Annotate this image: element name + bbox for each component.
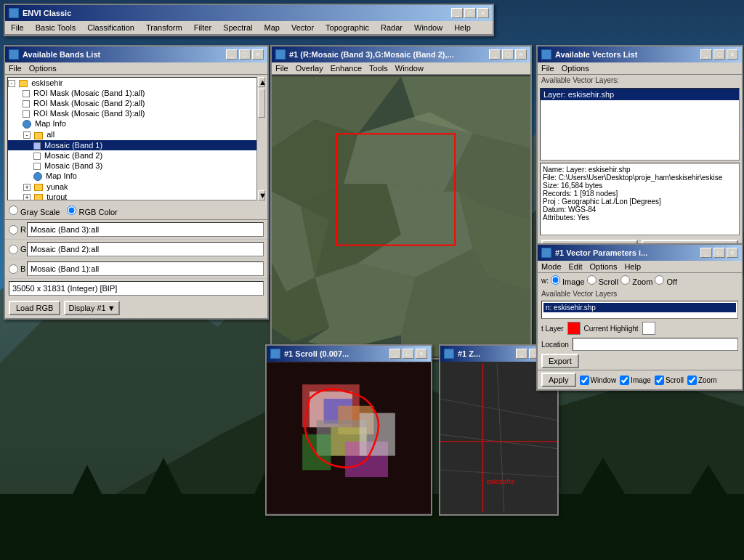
highlight-color-box[interactable] — [642, 322, 655, 335]
tree-item-mosaic-band3[interactable]: Mosaic (Band 3) — [8, 161, 264, 171]
scroll-checkbox-label[interactable]: Scroll — [655, 376, 684, 385]
envi-minimize-button[interactable]: _ — [451, 8, 463, 18]
display-dropdown-button[interactable]: Display #1 ▼ — [64, 301, 119, 315]
bands-menu-options[interactable]: Options — [29, 64, 57, 73]
vectors-menu-file[interactable]: File — [541, 64, 554, 73]
vectors-menu-options[interactable]: Options — [562, 64, 589, 73]
params-menu-mode[interactable]: Mode — [541, 262, 562, 271]
view-image-label[interactable]: Image — [551, 275, 585, 286]
tree-item-roi-band3[interactable]: ROI Mask (Mosaic (Band 3):all) — [8, 108, 264, 118]
params-menu-help[interactable]: Help — [624, 262, 641, 271]
tree-item-mosaic-band2[interactable]: Mosaic (Band 2) — [8, 150, 264, 161]
menu-transform[interactable]: Transform — [144, 23, 185, 33]
export-button[interactable]: Export — [541, 354, 579, 368]
layer-color-box[interactable] — [567, 322, 581, 335]
expand-turgut-icon[interactable]: + — [23, 194, 31, 200]
vector-layers-list[interactable]: Layer: eskisehir.shp — [540, 88, 740, 161]
bands-tree[interactable]: - eskisehir ROI Mask (Mosaic (Band 1):al… — [7, 77, 265, 200]
bands-list-maximize-button[interactable]: □ — [239, 49, 251, 60]
image-checkbox-label[interactable]: Image — [620, 376, 651, 385]
zoom-minimize-button[interactable]: _ — [516, 349, 527, 359]
mosaic-band2-checkbox[interactable] — [33, 153, 41, 160]
roi-band1-checkbox[interactable] — [23, 90, 30, 97]
tree-item-roi-band1[interactable]: ROI Mask (Mosaic (Band 1):all) — [8, 88, 264, 98]
scrollbar-down-button[interactable]: ▼ — [258, 190, 265, 200]
b-channel-input[interactable] — [27, 261, 264, 276]
scroll-image-content[interactable] — [267, 362, 431, 514]
location-input[interactable] — [573, 338, 738, 351]
gray-scale-radio-label[interactable]: Gray Scale — [9, 206, 60, 216]
menu-file[interactable]: File — [9, 23, 26, 33]
menu-topographic[interactable]: Topographic — [323, 23, 371, 33]
bands-menu-file[interactable]: File — [9, 64, 22, 73]
rgb-color-radio[interactable] — [67, 206, 76, 215]
g-channel-radio[interactable] — [9, 245, 18, 254]
roi-band2-checkbox[interactable] — [23, 100, 30, 107]
tree-item-all[interactable]: - all — [8, 129, 264, 139]
view-scroll-radio[interactable] — [587, 275, 597, 285]
scroll-checkbox[interactable] — [655, 376, 664, 385]
params-menu-edit[interactable]: Edit — [569, 262, 583, 271]
scrollbar-up-button[interactable]: ▲ — [258, 77, 265, 87]
vector-layer-item-eskisehir[interactable]: Layer: eskisehir.shp — [541, 89, 739, 100]
vector-params-close-button[interactable]: × — [727, 248, 738, 258]
menu-window[interactable]: Window — [412, 23, 445, 33]
b-channel-radio[interactable] — [9, 264, 18, 274]
tree-item-roi-band2[interactable]: ROI Mask (Mosaic (Band 2):all) — [8, 98, 264, 108]
view-zoom-label[interactable]: Zoom — [620, 275, 652, 286]
view-zoom-radio[interactable] — [620, 275, 630, 285]
envi-close-button[interactable]: × — [477, 8, 489, 18]
expand-yunak-icon[interactable]: + — [23, 184, 31, 191]
image-close-button[interactable]: × — [515, 49, 527, 60]
tree-item-yunak[interactable]: + yunak — [8, 182, 264, 192]
collapse-all-icon[interactable]: - — [23, 131, 31, 139]
params-vector-layer-item[interactable]: n: eskisehir.shp — [543, 303, 736, 312]
image-minimize-button[interactable]: _ — [489, 49, 501, 60]
scrollbar-thumb[interactable] — [258, 89, 265, 118]
view-image-radio[interactable] — [551, 275, 560, 285]
collapse-eskisehir-icon[interactable]: - — [8, 80, 15, 87]
tree-scrollbar[interactable]: ▲ ▼ — [256, 77, 265, 200]
menu-filter[interactable]: Filter — [192, 23, 214, 33]
g-channel-input[interactable] — [27, 242, 264, 256]
scroll-maximize-button[interactable]: □ — [403, 349, 414, 359]
tree-item-turgut[interactable]: + turgut — [8, 192, 264, 200]
mosaic-band3-checkbox[interactable] — [33, 163, 41, 170]
image-menu-overlay[interactable]: Overlay — [296, 64, 323, 73]
params-vector-layers-list[interactable]: n: eskisehir.shp — [541, 301, 738, 319]
menu-spectral[interactable]: Spectral — [221, 23, 254, 33]
window-checkbox-label[interactable]: Window — [580, 376, 617, 385]
scroll-minimize-button[interactable]: _ — [389, 349, 401, 359]
bands-list-close-button[interactable]: × — [252, 49, 264, 60]
envi-maximize-button[interactable]: □ — [464, 8, 476, 18]
zoom-checkbox-label[interactable]: Zoom — [687, 376, 717, 385]
roi-band3-checkbox[interactable] — [23, 110, 30, 118]
image-menu-tools[interactable]: Tools — [369, 64, 388, 73]
menu-classification[interactable]: Classification — [85, 23, 137, 33]
zoom-checkbox[interactable] — [687, 376, 697, 385]
r-channel-input[interactable] — [27, 222, 264, 237]
mosaic-band1-checkbox[interactable] — [33, 142, 41, 150]
image-maximize-button[interactable]: □ — [502, 49, 514, 60]
r-channel-radio[interactable] — [9, 225, 18, 235]
params-menu-options[interactable]: Options — [590, 262, 618, 271]
scroll-close-button[interactable]: × — [416, 349, 427, 359]
vector-params-minimize-button[interactable]: _ — [700, 248, 712, 258]
menu-basic-tools[interactable]: Basic Tools — [33, 23, 78, 33]
apply-button[interactable]: Apply — [541, 373, 576, 387]
gray-scale-radio[interactable] — [9, 206, 18, 215]
view-off-radio[interactable] — [655, 275, 664, 285]
tree-item-map-info-1[interactable]: Map Info — [8, 118, 264, 129]
load-rgb-button[interactable]: Load RGB — [9, 301, 60, 315]
vector-params-maximize-button[interactable]: □ — [713, 248, 725, 258]
tree-item-map-info-2[interactable]: Map Info — [8, 171, 264, 182]
image-menu-enhance[interactable]: Enhance — [331, 64, 362, 73]
vectors-maximize-button[interactable]: □ — [713, 49, 725, 60]
image-menu-window[interactable]: Window — [395, 64, 424, 73]
image-checkbox[interactable] — [620, 376, 629, 385]
image-display-content[interactable] — [272, 75, 530, 358]
vectors-minimize-button[interactable]: _ — [700, 49, 712, 60]
image-menu-file[interactable]: File — [275, 64, 288, 73]
view-scroll-label[interactable]: Scroll — [587, 275, 619, 286]
menu-help[interactable]: Help — [452, 23, 473, 33]
